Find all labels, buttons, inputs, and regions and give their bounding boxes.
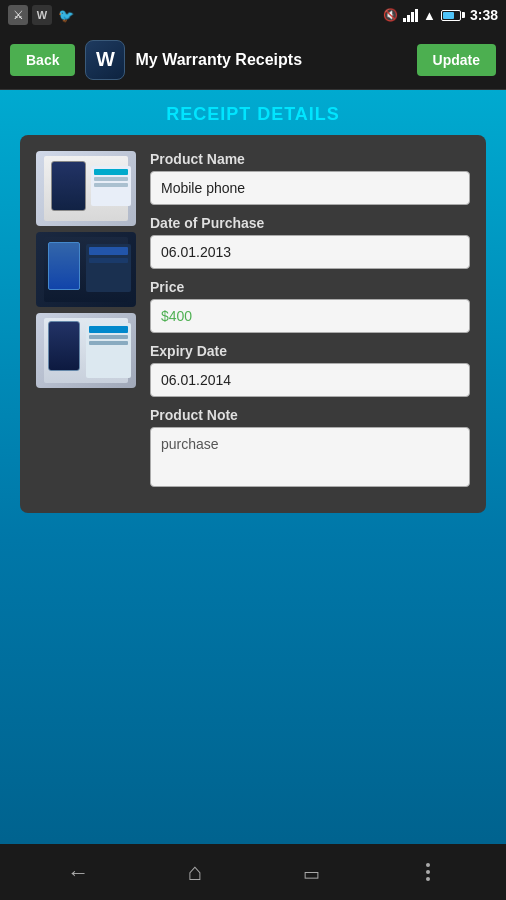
battery-icon xyxy=(441,10,465,21)
nav-back-button[interactable] xyxy=(53,852,103,892)
expiry-date-label: Expiry Date xyxy=(150,343,470,359)
time-display: 3:38 xyxy=(470,7,498,23)
app-logo: W xyxy=(85,40,125,80)
card-images xyxy=(36,151,136,388)
app-title: My Warranty Receipts xyxy=(135,51,406,69)
date-of-purchase-value[interactable]: 06.01.2013 xyxy=(150,235,470,269)
nav-recent-button[interactable] xyxy=(286,852,336,892)
nav-more-dot-3 xyxy=(426,877,430,881)
app-logo-letter: W xyxy=(96,48,115,71)
mute-icon: 🔇 xyxy=(383,8,398,22)
date-of-purchase-label: Date of Purchase xyxy=(150,215,470,231)
nav-back-icon xyxy=(67,858,89,886)
nav-more-dot-2 xyxy=(426,870,430,874)
price-value[interactable]: $400 xyxy=(150,299,470,333)
card-inner: Product Name Mobile phone Date of Purcha… xyxy=(36,151,470,497)
back-button[interactable]: Back xyxy=(10,44,75,76)
toolbar: Back W My Warranty Receipts Update xyxy=(0,30,506,90)
wifi-icon: ▲ xyxy=(423,8,436,23)
notification-icon-1: ⚔ xyxy=(8,5,28,25)
product-name-section: Product Name Mobile phone xyxy=(150,151,470,205)
date-of-purchase-section: Date of Purchase 06.01.2013 xyxy=(150,215,470,269)
product-name-label: Product Name xyxy=(150,151,470,167)
product-name-value[interactable]: Mobile phone xyxy=(150,171,470,205)
price-label: Price xyxy=(150,279,470,295)
status-bar: ⚔ W 🐦 🔇 ▲ 3:38 xyxy=(0,0,506,30)
spacer xyxy=(0,533,506,844)
notification-icon-2: W xyxy=(32,5,52,25)
price-section: Price $400 xyxy=(150,279,470,333)
product-image-1 xyxy=(36,151,136,226)
nav-recent-icon xyxy=(303,858,320,886)
nav-bar xyxy=(0,844,506,900)
card-fields: Product Name Mobile phone Date of Purcha… xyxy=(150,151,470,497)
product-note-section: Product Note purchase xyxy=(150,407,470,487)
product-note-label: Product Note xyxy=(150,407,470,423)
receipt-card: Product Name Mobile phone Date of Purcha… xyxy=(20,135,486,513)
status-bar-left: ⚔ W 🐦 xyxy=(8,5,379,25)
nav-home-icon xyxy=(188,858,203,886)
signal-icon xyxy=(403,8,418,22)
page-title: RECEIPT DETAILS xyxy=(166,104,340,124)
nav-home-button[interactable] xyxy=(170,852,220,892)
product-image-2 xyxy=(36,232,136,307)
nav-more-dot-1 xyxy=(426,863,430,867)
nav-more-button[interactable] xyxy=(403,852,453,892)
page-title-bar: RECEIPT DETAILS xyxy=(0,90,506,135)
expiry-date-value[interactable]: 06.01.2014 xyxy=(150,363,470,397)
product-image-3 xyxy=(36,313,136,388)
status-bar-right: 🔇 ▲ 3:38 xyxy=(383,7,498,23)
product-note-value[interactable]: purchase xyxy=(150,427,470,487)
expiry-date-section: Expiry Date 06.01.2014 xyxy=(150,343,470,397)
notification-icon-3: 🐦 xyxy=(56,5,76,25)
update-button[interactable]: Update xyxy=(417,44,496,76)
